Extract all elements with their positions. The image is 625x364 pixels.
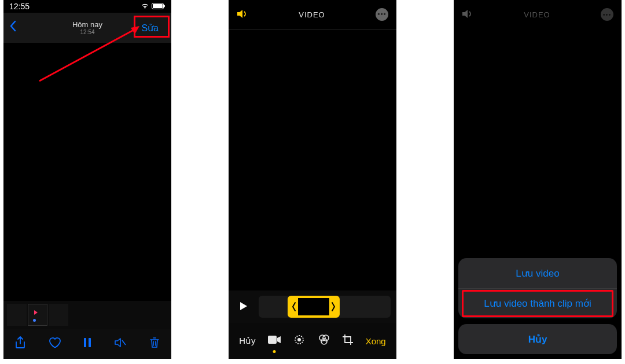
trim-bar <box>229 291 396 323</box>
save-video-button[interactable]: Lưu video <box>458 258 617 288</box>
sound-icon <box>462 9 473 20</box>
sound-icon[interactable] <box>237 9 248 20</box>
filters-tool-icon[interactable] <box>318 334 330 348</box>
divider <box>229 29 396 30</box>
nav-subtitle: 12:54 <box>72 29 102 35</box>
trim-track[interactable] <box>259 296 391 318</box>
screenshot-1-photos-detail: 12:55 Hôm nay 12:54 Sửa <box>3 0 171 359</box>
share-icon[interactable] <box>15 336 25 352</box>
adjust-tool-icon[interactable] <box>293 333 306 349</box>
thumbnail-strip[interactable] <box>3 301 171 329</box>
nav-title: Hôm nay <box>72 20 102 29</box>
done-button[interactable]: Xong <box>366 336 386 346</box>
editor-title: VIDEO <box>524 10 550 19</box>
mute-icon[interactable] <box>114 337 127 351</box>
screenshot-3-save-sheet: VIDEO ••• Lưu video Lưu video thành clip… <box>454 0 622 359</box>
favorite-icon[interactable] <box>48 337 61 351</box>
back-button[interactable] <box>9 20 16 35</box>
more-icon: ••• <box>601 8 613 21</box>
bottom-toolbar <box>3 329 171 359</box>
editor-nav-dimmed: VIDEO ••• <box>454 0 622 29</box>
status-indicators <box>141 2 166 11</box>
svg-rect-6 <box>89 338 91 347</box>
status-bar: 12:55 <box>3 0 171 13</box>
svg-point-10 <box>297 338 301 341</box>
thumbnail[interactable] <box>7 304 27 326</box>
svg-point-12 <box>323 335 329 341</box>
battery-icon <box>152 2 166 11</box>
action-sheet-options: Lưu video Lưu video thành clip mới <box>458 258 617 318</box>
more-icon[interactable]: ••• <box>376 8 388 21</box>
trim-handle-right[interactable] <box>329 298 337 315</box>
save-video-label: Lưu video <box>516 267 559 280</box>
trash-icon[interactable] <box>149 337 160 351</box>
pause-icon[interactable] <box>83 337 91 351</box>
editor-bottom-bar: Hủy Xong <box>229 323 396 359</box>
trim-handle-left[interactable] <box>290 298 298 315</box>
nav-title-group: Hôm nay 12:54 <box>72 20 102 35</box>
wifi-icon <box>141 2 149 11</box>
annotation-highlight-save-clip <box>462 290 613 317</box>
editor-title: VIDEO <box>299 10 325 19</box>
editor-nav: VIDEO ••• <box>229 0 396 29</box>
annotation-highlight-edit <box>134 16 170 38</box>
cancel-label: Hủy <box>528 333 547 345</box>
video-tool-icon[interactable] <box>267 335 281 347</box>
svg-point-13 <box>321 339 327 344</box>
svg-rect-8 <box>268 336 277 344</box>
screenshot-2-video-editor: VIDEO ••• Hủy <box>229 0 396 359</box>
thumbnail[interactable] <box>49 304 68 326</box>
cancel-button[interactable]: Hủy <box>458 324 617 354</box>
trim-selection[interactable] <box>288 296 340 318</box>
cancel-button[interactable]: Hủy <box>239 336 255 346</box>
thumbnail-active[interactable] <box>28 304 47 326</box>
svg-rect-5 <box>84 338 86 347</box>
svg-rect-1 <box>153 4 163 8</box>
status-time: 12:55 <box>9 2 30 11</box>
action-sheet: Lưu video Lưu video thành clip mới Hủy <box>458 258 617 354</box>
svg-line-7 <box>122 340 126 345</box>
save-as-new-clip-button[interactable]: Lưu video thành clip mới <box>458 288 617 318</box>
svg-rect-2 <box>164 5 166 8</box>
play-button[interactable] <box>234 302 253 312</box>
crop-tool-icon[interactable] <box>342 334 354 348</box>
